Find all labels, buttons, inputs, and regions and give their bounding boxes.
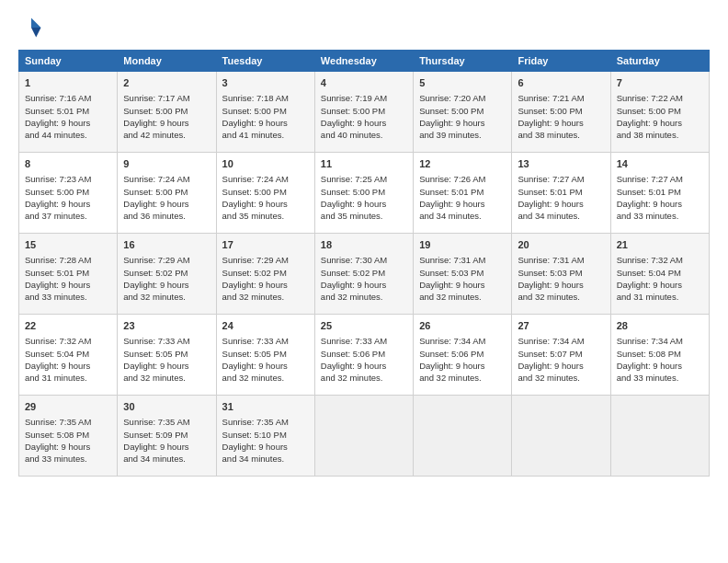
day-info: Sunrise: 7:19 AM <box>321 92 407 104</box>
calendar-cell: 23Sunrise: 7:33 AMSunset: 5:05 PMDayligh… <box>118 315 216 396</box>
day-info: Sunset: 5:10 PM <box>222 429 309 441</box>
day-info: Daylight: 9 hours <box>123 360 210 372</box>
day-info: Sunset: 5:02 PM <box>123 267 210 279</box>
day-info: Sunrise: 7:35 AM <box>222 416 309 428</box>
day-info: Sunset: 5:05 PM <box>222 348 309 360</box>
day-info: Daylight: 9 hours <box>617 279 703 291</box>
day-number: 10 <box>222 157 309 171</box>
day-info: Sunset: 5:00 PM <box>321 186 407 198</box>
day-number: 31 <box>222 400 309 414</box>
day-info: and 32 minutes. <box>222 372 309 384</box>
day-number: 9 <box>123 157 210 171</box>
day-info: Daylight: 9 hours <box>25 441 111 453</box>
day-info: and 42 minutes. <box>123 129 210 141</box>
calendar-cell: 14Sunrise: 7:27 AMSunset: 5:01 PMDayligh… <box>610 153 709 234</box>
calendar-cell: 9Sunrise: 7:24 AMSunset: 5:00 PMDaylight… <box>118 153 216 234</box>
day-info: Sunset: 5:00 PM <box>419 105 506 117</box>
calendar-cell: 16Sunrise: 7:29 AMSunset: 5:02 PMDayligh… <box>118 234 216 315</box>
day-info: Daylight: 9 hours <box>222 279 309 291</box>
day-info: Sunrise: 7:21 AM <box>518 92 604 104</box>
calendar-cell: 2Sunrise: 7:17 AMSunset: 5:00 PMDaylight… <box>118 72 216 153</box>
day-info: and 31 minutes. <box>25 372 111 384</box>
calendar-cell <box>314 396 413 477</box>
day-info: Daylight: 9 hours <box>123 279 210 291</box>
day-info: Sunset: 5:00 PM <box>222 186 309 198</box>
day-number: 11 <box>321 157 407 171</box>
calendar-body: 1Sunrise: 7:16 AMSunset: 5:01 PMDaylight… <box>19 72 710 477</box>
day-info: Sunrise: 7:29 AM <box>222 254 309 266</box>
day-number: 17 <box>222 238 309 252</box>
day-info: and 32 minutes. <box>321 291 407 303</box>
day-info: Sunrise: 7:28 AM <box>25 254 111 266</box>
day-info: Daylight: 9 hours <box>419 279 506 291</box>
day-info: Sunset: 5:01 PM <box>617 186 703 198</box>
day-number: 28 <box>617 319 703 333</box>
day-info: Sunset: 5:08 PM <box>25 429 111 441</box>
day-info: Sunrise: 7:34 AM <box>419 335 506 347</box>
calendar-cell: 27Sunrise: 7:34 AMSunset: 5:07 PMDayligh… <box>512 315 610 396</box>
calendar-cell: 10Sunrise: 7:24 AMSunset: 5:00 PMDayligh… <box>216 153 314 234</box>
day-info: Sunrise: 7:25 AM <box>321 173 407 185</box>
day-number: 19 <box>419 238 506 252</box>
weekday-header: Sunday <box>19 51 118 72</box>
day-info: Daylight: 9 hours <box>518 198 604 210</box>
day-info: and 33 minutes. <box>617 210 703 222</box>
day-info: Sunrise: 7:27 AM <box>617 173 703 185</box>
svg-marker-0 <box>31 18 41 29</box>
calendar-cell: 31Sunrise: 7:35 AMSunset: 5:10 PMDayligh… <box>216 396 314 477</box>
day-info: Sunrise: 7:27 AM <box>518 173 604 185</box>
day-info: Daylight: 9 hours <box>222 360 309 372</box>
day-info: and 34 minutes. <box>419 210 506 222</box>
day-info: and 32 minutes. <box>123 372 210 384</box>
day-info: Sunrise: 7:22 AM <box>617 92 703 104</box>
day-info: and 33 minutes. <box>617 372 703 384</box>
day-number: 3 <box>222 76 309 90</box>
calendar-cell: 22Sunrise: 7:32 AMSunset: 5:04 PMDayligh… <box>19 315 118 396</box>
day-info: Sunset: 5:00 PM <box>222 105 309 117</box>
day-number: 6 <box>518 76 604 90</box>
day-info: Sunrise: 7:24 AM <box>123 173 210 185</box>
day-info: Sunrise: 7:32 AM <box>617 254 703 266</box>
day-info: Daylight: 9 hours <box>321 198 407 210</box>
day-info: and 34 minutes. <box>123 453 210 465</box>
calendar-cell: 15Sunrise: 7:28 AMSunset: 5:01 PMDayligh… <box>19 234 118 315</box>
day-info: Daylight: 9 hours <box>222 198 309 210</box>
day-info: Sunset: 5:06 PM <box>419 348 506 360</box>
day-number: 14 <box>617 157 703 171</box>
day-info: Sunrise: 7:16 AM <box>25 92 111 104</box>
day-info: Sunrise: 7:31 AM <box>518 254 604 266</box>
day-info: and 40 minutes. <box>321 129 407 141</box>
day-info: Sunset: 5:03 PM <box>518 267 604 279</box>
day-info: Daylight: 9 hours <box>25 279 111 291</box>
day-info: Sunset: 5:00 PM <box>321 105 407 117</box>
calendar-cell <box>610 396 709 477</box>
day-info: Sunrise: 7:33 AM <box>222 335 309 347</box>
calendar-week-row: 8Sunrise: 7:23 AMSunset: 5:00 PMDaylight… <box>19 153 710 234</box>
day-info: Sunrise: 7:29 AM <box>123 254 210 266</box>
day-info: Sunset: 5:07 PM <box>518 348 604 360</box>
calendar-week-row: 29Sunrise: 7:35 AMSunset: 5:08 PMDayligh… <box>19 396 710 477</box>
day-info: Sunset: 5:01 PM <box>25 267 111 279</box>
day-info: and 34 minutes. <box>518 210 604 222</box>
day-info: and 41 minutes. <box>222 129 309 141</box>
day-number: 4 <box>321 76 407 90</box>
day-number: 5 <box>419 76 506 90</box>
day-info: Daylight: 9 hours <box>617 360 703 372</box>
day-info: Sunset: 5:00 PM <box>617 105 703 117</box>
calendar-week-row: 1Sunrise: 7:16 AMSunset: 5:01 PMDaylight… <box>19 72 710 153</box>
day-info: and 39 minutes. <box>419 129 506 141</box>
day-info: Sunrise: 7:34 AM <box>617 335 703 347</box>
day-info: Daylight: 9 hours <box>25 198 111 210</box>
day-info: Sunrise: 7:33 AM <box>123 335 210 347</box>
day-info: Sunset: 5:01 PM <box>25 105 111 117</box>
calendar-cell: 1Sunrise: 7:16 AMSunset: 5:01 PMDaylight… <box>19 72 118 153</box>
day-info: Sunset: 5:06 PM <box>321 348 407 360</box>
day-info: and 32 minutes. <box>419 372 506 384</box>
day-info: and 37 minutes. <box>25 210 111 222</box>
calendar-cell: 7Sunrise: 7:22 AMSunset: 5:00 PMDaylight… <box>610 72 709 153</box>
day-info: Sunrise: 7:20 AM <box>419 92 506 104</box>
day-info: and 36 minutes. <box>123 210 210 222</box>
weekday-header: Monday <box>118 51 216 72</box>
page: SundayMondayTuesdayWednesdayThursdayFrid… <box>0 0 728 563</box>
day-number: 1 <box>25 76 111 90</box>
